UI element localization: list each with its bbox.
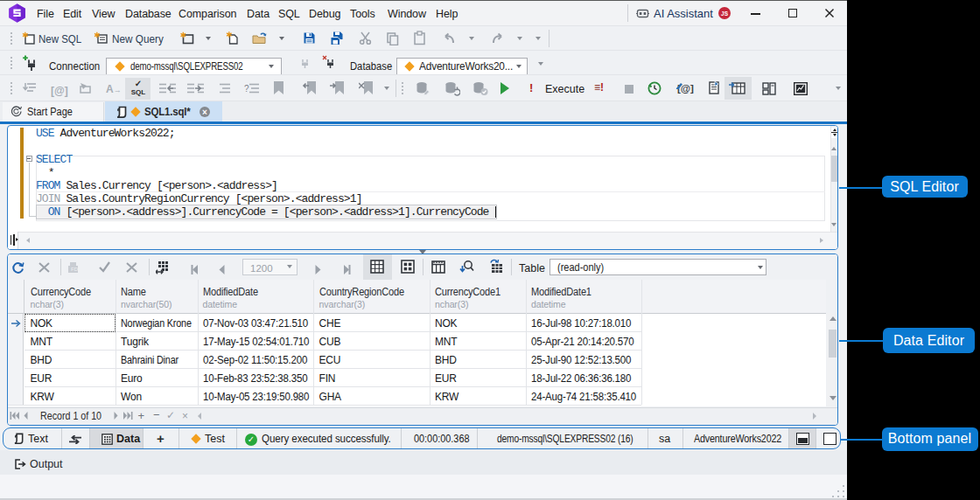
svg-text:?: ? (244, 84, 249, 94)
svg-text:FD: FD (71, 267, 79, 272)
